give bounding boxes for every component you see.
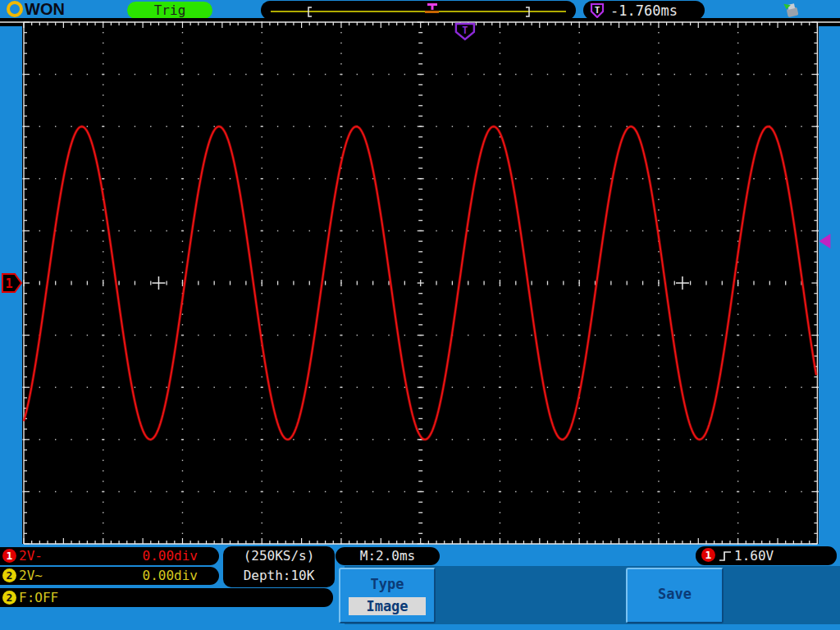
usb-device-icon (779, 1, 804, 19)
logo-o-icon (7, 1, 23, 17)
channel1-position: 0.00div (143, 547, 198, 565)
channel2-frequency: F:OFF (19, 590, 58, 605)
waveform-display: T 1 (0, 18, 840, 550)
type-value-selected[interactable]: Image (349, 597, 426, 615)
channel2-scale: 2V~ (19, 568, 43, 583)
type-label: Type (340, 576, 434, 592)
rising-edge-icon (718, 549, 734, 564)
trigger-level-value: 1.60V (734, 546, 774, 565)
channel2-frequency-bar: 2F:OFF (0, 588, 333, 607)
trigger-source-badge: 1 (701, 548, 715, 562)
channel2-freq-badge: 2 (2, 591, 16, 605)
timebase-readout: M:2.0ms (336, 547, 440, 565)
horizontal-position-indicator (261, 1, 576, 20)
channel2-badge: 2 (2, 568, 16, 582)
channel1-badge: 1 (2, 549, 16, 563)
trigger-position-t-icon (427, 3, 437, 10)
type-menu-button[interactable]: Type Image (339, 568, 436, 623)
svg-text:1: 1 (5, 276, 12, 291)
channel2-position: 0.00div (143, 567, 198, 585)
sample-rate: (250KS/s) (223, 546, 335, 566)
trigger-level-arrow-icon[interactable] (819, 234, 830, 249)
channel1-scale: 2V- (19, 548, 43, 564)
trigger-offset-value: -1.760ms (610, 2, 678, 19)
position-indicator-graphic (261, 1, 576, 20)
channel1-status-bar: 12V- 0.00div (0, 547, 219, 565)
svg-text:T: T (462, 25, 468, 36)
acquisition-info-box: (250KS/s) Depth:10K (223, 546, 335, 587)
view-window-segment (425, 11, 439, 13)
record-depth: Depth:10K (223, 566, 335, 586)
trigger-shield-icon: T (589, 2, 607, 19)
oscilloscope-screen: { "colors": { "frame_blue": "#1a8ad8", "… (0, 0, 840, 630)
owon-logo: WON (7, 0, 65, 18)
save-button[interactable]: Save (626, 568, 724, 623)
svg-text:T: T (595, 5, 600, 16)
channel2-status-bar: 22V~ 0.00div (0, 567, 219, 585)
trigger-offset-readout: T -1.760ms (583, 1, 705, 20)
trigger-status-badge: Trig (127, 2, 212, 19)
logo-text: WON (25, 0, 65, 19)
channel1-position-marker[interactable]: 1 (2, 274, 21, 292)
trigger-level-readout: 1 1.60V (696, 546, 837, 565)
